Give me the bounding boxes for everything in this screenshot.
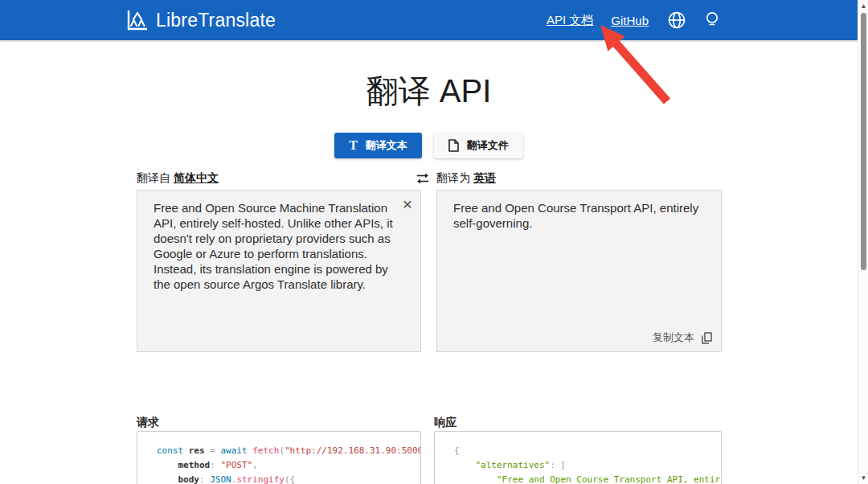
code-line: {: [454, 444, 721, 458]
copy-text-button[interactable]: 复制文本: [653, 330, 713, 345]
navbar-links: API 文档 GitHub: [547, 0, 719, 40]
code-line: const res = await fetch("http://192.168.…: [157, 444, 420, 458]
translate-text-label: 翻译文本: [366, 138, 407, 153]
scrollbar-up-arrow[interactable]: ▲: [858, 1, 868, 11]
dark-mode-lightbulb-icon[interactable]: [705, 10, 719, 31]
brand[interactable]: LibreTranslate: [125, 8, 276, 32]
code-line: "Free and Open Course Transport API, ent…: [454, 473, 721, 484]
page-scrollbar[interactable]: ▲ ▼: [858, 0, 868, 484]
source-text[interactable]: Free and Open Source Machine Translation…: [154, 200, 393, 292]
source-language-selector[interactable]: 翻译自 简体中文: [137, 171, 219, 186]
mode-buttons: T 翻译文本 翻译文件: [0, 133, 858, 158]
copy-icon: [700, 331, 713, 345]
file-icon: [448, 139, 459, 152]
page-title: 翻译 API: [0, 69, 858, 113]
response-section-label: 响应: [434, 416, 457, 430]
libretranslate-logo-icon: [125, 8, 149, 32]
code-line: "alternatives": [: [454, 458, 721, 473]
request-code-block[interactable]: const res = await fetch("http://192.168.…: [137, 431, 421, 484]
nav-link-api-docs[interactable]: API 文档: [547, 13, 593, 28]
from-language-value[interactable]: 简体中文: [174, 171, 219, 184]
translate-text-button[interactable]: T 翻译文本: [334, 133, 422, 158]
swap-languages-button[interactable]: [413, 170, 432, 187]
to-language-value[interactable]: 英语: [473, 171, 496, 184]
clear-source-icon[interactable]: ×: [403, 195, 412, 212]
source-text-area[interactable]: Free and Open Source Machine Translation…: [137, 190, 421, 352]
translate-file-label: 翻译文件: [467, 138, 509, 153]
translate-panel: 翻译自 简体中文 翻译为 英语 Free and Open Source Mac…: [137, 171, 722, 484]
translate-file-button[interactable]: 翻译文件: [434, 133, 523, 158]
response-code-block[interactable]: { "alternatives": [ "Free and Open Cours…: [434, 431, 722, 484]
code-line: method: "POST",: [157, 458, 420, 473]
from-label: 翻译自: [137, 171, 170, 184]
code-line: body: JSON.stringify({: [157, 473, 420, 484]
language-globe-icon[interactable]: [666, 10, 687, 31]
nav-link-github[interactable]: GitHub: [611, 14, 649, 27]
text-mode-icon: T: [349, 138, 358, 153]
brand-name: LibreTranslate: [156, 10, 276, 31]
target-text-area: Free and Open Course Transport API, enti…: [436, 190, 722, 352]
copy-text-label: 复制文本: [653, 330, 694, 345]
navbar: LibreTranslate API 文档 GitHub: [0, 0, 858, 40]
translated-text: Free and Open Course Transport API, enti…: [453, 200, 708, 231]
scrollbar-down-arrow[interactable]: ▼: [858, 473, 868, 483]
request-section-label: 请求: [137, 416, 159, 430]
scrollbar-thumb[interactable]: [861, 13, 866, 270]
target-language-selector[interactable]: 翻译为 英语: [436, 171, 496, 186]
to-label: 翻译为: [436, 171, 470, 184]
